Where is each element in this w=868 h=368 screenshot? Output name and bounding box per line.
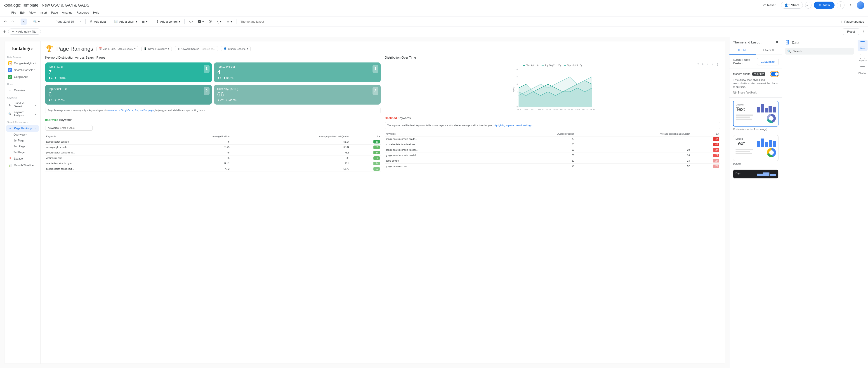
selection-tool[interactable]: ↖ — [21, 19, 27, 25]
sidebar-item-ga4[interactable]: 📈Google Analytics 4 — [6, 60, 39, 67]
modern-charts-toggle[interactable] — [771, 72, 778, 76]
sidebar-item-kwanalysis[interactable]: 🔍Keyword Analysis⌄ — [6, 109, 39, 118]
menu-page[interactable]: Page — [49, 10, 60, 15]
more-options-button[interactable]: ⋮ — [837, 1, 844, 9]
theme-layout-input[interactable] — [239, 19, 284, 24]
reset-button[interactable]: ↺Reset — [760, 2, 779, 8]
share-button[interactable]: 👤⁺Share — [781, 2, 803, 8]
community-viz-button[interactable]: ⊞▾ — [141, 19, 149, 25]
rail-properties[interactable]: Properties — [858, 52, 868, 64]
sidebar-sub-2nd[interactable]: 2nd Page — [12, 143, 39, 149]
sidebar-item-gads[interactable]: AGoogle Ads — [6, 74, 39, 80]
line-button[interactable]: ╲▾ — [215, 19, 223, 25]
filter-icon[interactable]: ⚙ — [3, 30, 6, 33]
table-row[interactable]: google search console acade...47 -47 — [385, 137, 720, 142]
tab-theme[interactable]: THEME — [730, 47, 756, 55]
close-icon[interactable]: ✕ — [776, 40, 778, 44]
url-embed-button[interactable]: </> — [187, 19, 195, 25]
menu-arrange[interactable]: Arrange — [60, 10, 74, 15]
pause-updates-button[interactable]: ⏸Pause updates — [838, 19, 866, 25]
col-header[interactable]: Average position Last Quarter — [575, 132, 690, 137]
col-header[interactable]: Average position Last Quarter — [230, 134, 350, 139]
col-header[interactable]: Δ ▾ — [690, 132, 720, 137]
avatar[interactable] — [857, 1, 864, 9]
col-header[interactable]: Keywords — [45, 134, 159, 139]
add-data-button[interactable]: 🗄Add data — [88, 19, 107, 25]
brand-chip[interactable]: 👤Brand / Generic ▾ — [221, 46, 251, 51]
menu-view[interactable]: View — [27, 10, 37, 15]
search-input[interactable] — [793, 50, 852, 53]
table-row[interactable]: curso google search33.2568.04 35 — [45, 145, 381, 150]
theme-option-edge[interactable]: Edge — [733, 170, 778, 178]
add-chart-button[interactable]: 📊Add a chart ▾ — [112, 19, 139, 25]
metric-card[interactable]: 2 Top 20 (#11-20) 6 ⬆ 1⬆ 20.0% — [45, 85, 212, 105]
share-dropdown[interactable]: ▾ — [805, 2, 811, 8]
sidebar-item-location[interactable]: 📍Location — [6, 155, 39, 162]
more-vert-icon[interactable]: ⋮ — [716, 62, 719, 66]
edit-chart-icon[interactable]: ✎ — [701, 62, 704, 66]
device-chip[interactable]: 📱Device Category ▾ — [141, 46, 172, 51]
date-range-chip[interactable]: 📅Jan 1, 2025 - Jan 31, 2025 ▾ — [96, 46, 138, 51]
shape-button[interactable]: ▭▾ — [225, 19, 234, 25]
arrow-down-icon[interactable]: ↓ — [711, 62, 714, 66]
more-vert-icon[interactable]: ⋮ — [862, 30, 865, 33]
canvas[interactable]: kodalogic Data Sources 📈Google Analytics… — [0, 37, 729, 368]
rail-filter[interactable]: Filter bar — [858, 64, 868, 76]
sidebar-sub-1st[interactable]: 1st Page — [12, 138, 39, 143]
table-row[interactable]: cuenta demostracion goo...19.4243.4 24 — [45, 161, 381, 166]
tab-layout[interactable]: LAYOUT — [756, 47, 782, 55]
zoom-button[interactable]: 🔍 ▾ — [31, 19, 41, 25]
metric-card[interactable]: 1 Top 10 (#4-10) 4 ⬆ 1⬆ 33.3% — [214, 62, 381, 82]
add-control-button[interactable]: 🎚Add a control ▾ — [154, 19, 182, 25]
menu-resource[interactable]: Resource — [74, 10, 91, 15]
sidebar-item-overview[interactable]: ⌂Overview — [6, 87, 39, 94]
keyword-input[interactable] — [60, 126, 89, 129]
customize-button[interactable]: Customize — [757, 58, 778, 65]
table-row[interactable]: google search console tut...41.263.72 23 — [45, 166, 381, 172]
col-header[interactable]: Average Position — [159, 134, 230, 139]
data-search[interactable]: 🔍 — [785, 48, 854, 55]
metric-card[interactable]: 3 Rest Key. (#21+ ) 66 ⬆ -57⬆ -46.3% — [214, 85, 381, 105]
table-row[interactable]: webmaster blog5588 33 — [45, 155, 381, 161]
col-header[interactable]: Keywords — [385, 132, 507, 137]
keyword-filter[interactable]: Keywords — [45, 125, 93, 131]
sidebar-item-gsc[interactable]: GSearch Console • — [6, 67, 39, 74]
table-row[interactable]: demo google5224 -27 — [385, 158, 720, 164]
table-row[interactable]: tutorial search console656.14 50 — [45, 139, 381, 145]
image-button[interactable]: 🖼▾ — [196, 19, 206, 25]
arrow-up-icon[interactable]: ↑ — [706, 62, 709, 66]
text-button[interactable]: Ⓐ — [207, 18, 214, 25]
prev-page[interactable]: ← — [46, 19, 53, 25]
sidebar-item-brand[interactable]: 🏷Brand vs Generic⌄ — [6, 100, 39, 109]
reset-chart-icon[interactable]: ↺ — [696, 62, 700, 66]
menu-file[interactable]: File — [9, 10, 18, 15]
table-row[interactable]: google search console inic...4578.5 34 — [45, 150, 381, 155]
help-button[interactable]: ? — [847, 1, 855, 9]
col-header[interactable]: Δ ▾ — [350, 134, 381, 139]
document-title[interactable]: kodalogic Template | New GSC & GA4 & GAD… — [4, 3, 90, 8]
next-page[interactable]: → — [76, 19, 83, 25]
metric-card[interactable]: 1 Top 3 (#1-3) 7 ⬆ 4⬆ 133.3% — [45, 62, 212, 82]
sidebar-sub-3rd[interactable]: 3rd Page — [12, 149, 39, 155]
theme-option-custom[interactable]: CustomText — [733, 101, 778, 126]
table-row[interactable]: google demo account7552 -23 — [385, 164, 720, 169]
redo-button[interactable]: ↷ — [10, 19, 16, 25]
col-header[interactable]: Average Position — [507, 132, 575, 137]
table-row[interactable]: google search console tutorial...7229 -3… — [385, 147, 720, 153]
undo-button[interactable]: ↶ — [2, 19, 8, 25]
sidebar-item-growth[interactable]: 📊Growth Timeline — [6, 162, 39, 169]
theme-option-default[interactable]: DefaultText — [733, 135, 778, 161]
menu-edit[interactable]: Edit — [18, 10, 27, 15]
chart-container[interactable]: ↺ ✎ ↑ ↓ ⋮ Top 3 (#1-3) Top 20 (#11-20) T — [385, 62, 720, 112]
sidebar-sub-overview[interactable]: Overview • — [12, 132, 39, 138]
table-row[interactable]: google search console tutorial...5724 -2… — [385, 153, 720, 158]
keyword-chip[interactable]: ⊞Keyword Search search co... — [175, 46, 218, 51]
menu-help[interactable]: Help — [91, 10, 101, 15]
filter-reset-button[interactable]: Reset — [843, 28, 859, 35]
view-button[interactable]: 👁View — [814, 2, 835, 9]
rail-data[interactable]: Data — [858, 39, 868, 51]
menu-insert[interactable]: Insert — [38, 10, 49, 15]
share-feedback-link[interactable]: 💬Share feedback — [733, 91, 778, 94]
sidebar-item-rankings[interactable]: ≡Page Rankings⌄ — [6, 125, 39, 132]
table-row[interactable]: no: se ha detectado la etiquet...87 -42 — [385, 142, 720, 147]
